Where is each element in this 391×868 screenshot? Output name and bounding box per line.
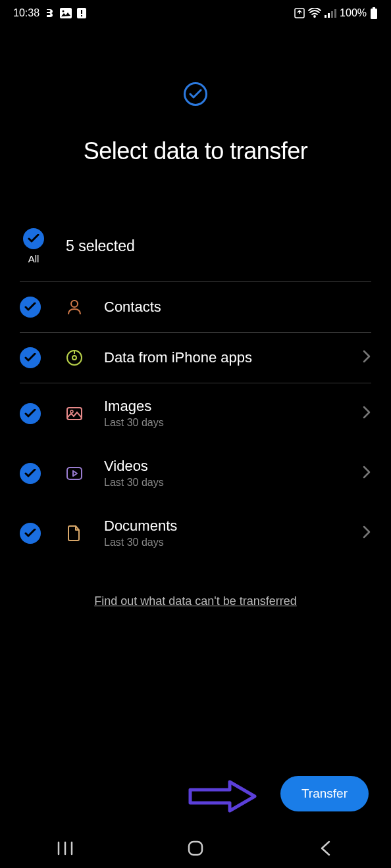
chevron-right-icon [362, 465, 371, 482]
svg-rect-10 [373, 7, 375, 9]
status-bar: 10:38 100% [0, 0, 391, 26]
chevron-right-icon [362, 525, 371, 542]
annotation-arrow-icon [187, 780, 259, 815]
chevron-right-icon [362, 405, 371, 422]
svg-rect-22 [189, 842, 202, 855]
gallery-icon [60, 8, 72, 18]
svg-rect-4 [81, 15, 82, 16]
list-item[interactable]: Contacts [20, 282, 371, 333]
status-battery-text: 100% [340, 7, 367, 19]
nav-back-icon[interactable] [309, 835, 342, 861]
list-item[interactable]: VideosLast 30 days [20, 443, 371, 503]
svg-rect-18 [67, 468, 82, 479]
item-label: Videos [104, 458, 362, 475]
item-checkbox[interactable] [20, 403, 41, 424]
list-item[interactable]: Data from iPhone apps [20, 333, 371, 383]
list-item[interactable]: ImagesLast 30 days [20, 383, 371, 443]
svg-point-1 [63, 11, 65, 12]
item-text: Contacts [104, 299, 371, 316]
svg-rect-8 [331, 11, 333, 18]
svg-rect-6 [325, 15, 326, 18]
svg-point-12 [71, 301, 78, 307]
alert-icon [77, 8, 86, 18]
contacts-icon [65, 297, 84, 317]
apps-icon [65, 348, 84, 368]
images-icon [65, 404, 84, 423]
item-checkbox[interactable] [20, 463, 41, 484]
svg-rect-0 [60, 8, 72, 18]
videos-icon [65, 464, 84, 483]
info-link[interactable]: Find out what data can't be transferred [20, 594, 371, 608]
selected-count: 5 selected [66, 237, 135, 255]
item-checkbox[interactable] [20, 297, 41, 318]
battery-icon [370, 7, 378, 19]
nav-recent-icon[interactable] [49, 835, 82, 861]
status-time: 10:38 [13, 7, 39, 19]
item-text: Data from iPhone apps [104, 349, 362, 366]
item-sublabel: Last 30 days [104, 537, 362, 548]
select-all-row[interactable]: All 5 selected [20, 228, 371, 282]
signal-icon [325, 9, 336, 18]
select-all-checkbox[interactable] [23, 228, 44, 249]
item-label: Contacts [104, 299, 371, 316]
item-sublabel: Last 30 days [104, 417, 362, 429]
svg-point-17 [70, 410, 73, 413]
data-saver-icon [294, 8, 305, 18]
item-label: Documents [104, 518, 362, 535]
chevron-right-icon [362, 349, 371, 366]
item-sublabel: Last 30 days [104, 477, 362, 489]
item-label: Data from iPhone apps [104, 349, 362, 366]
status-right: 100% [294, 7, 378, 19]
main-content: Select data to transfer All 5 selected C… [0, 82, 391, 608]
nav-bar [0, 829, 391, 868]
list-item[interactable]: DocumentsLast 30 days [20, 503, 371, 563]
documents-icon [65, 523, 84, 543]
item-checkbox[interactable] [20, 523, 41, 544]
svg-point-14 [72, 356, 76, 360]
all-label: All [28, 253, 39, 264]
status-left: 10:38 [13, 7, 86, 19]
svg-rect-9 [334, 9, 336, 18]
nav-home-icon[interactable] [179, 835, 212, 861]
svg-rect-7 [328, 13, 330, 18]
item-text: VideosLast 30 days [104, 458, 362, 489]
svg-rect-16 [67, 408, 82, 420]
header-check-icon [20, 82, 371, 106]
item-label: Images [104, 398, 362, 415]
svg-rect-3 [81, 10, 82, 14]
bixby-icon [45, 8, 55, 18]
item-text: ImagesLast 30 days [104, 398, 362, 429]
page-title: Select data to transfer [20, 137, 371, 165]
item-text: DocumentsLast 30 days [104, 518, 362, 548]
item-checkbox[interactable] [20, 347, 41, 368]
wifi-icon [308, 8, 321, 18]
transfer-button[interactable]: Transfer [280, 776, 369, 811]
svg-rect-11 [371, 9, 377, 19]
